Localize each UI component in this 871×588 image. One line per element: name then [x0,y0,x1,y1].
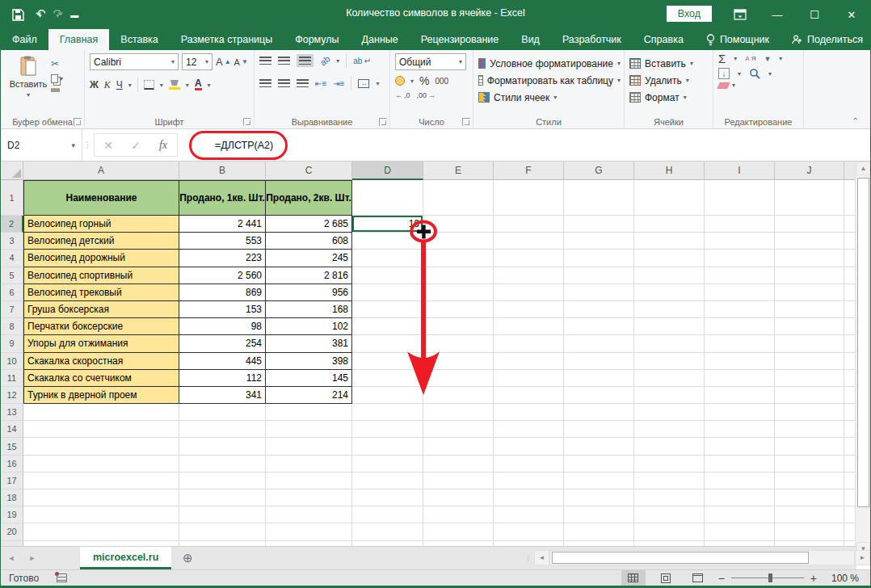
increase-decimal-icon[interactable]: ←,0 [395,91,410,99]
cell-C5[interactable]: 2 816 [266,267,352,284]
row-header-7[interactable]: 7 [1,301,23,318]
cell-A3[interactable]: Велосипед детский [23,233,179,250]
row-header-17[interactable]: 17 [1,472,23,489]
cell-D15[interactable] [352,438,423,455]
styles-item-0[interactable]: Условное форматирование▾ [478,55,621,72]
cell-B6[interactable]: 869 [179,284,266,301]
cell-G14[interactable] [564,421,634,438]
cell-G16[interactable] [564,456,634,472]
cell-I1[interactable] [705,180,775,216]
scrollbar-grip-icon[interactable]: ⋮ [524,554,534,562]
cell-E16[interactable] [423,456,494,472]
cell-J11[interactable] [775,370,844,387]
cell-G19[interactable] [564,506,634,523]
cell-D18[interactable] [352,489,423,506]
cell-E18[interactable] [423,489,494,506]
cell-J17[interactable] [775,472,844,489]
cell-E11[interactable] [423,370,494,387]
format-painter-icon[interactable] [51,88,63,92]
cell-A15[interactable] [23,438,179,455]
cell-A7[interactable]: Груша боксерская [23,301,179,318]
cell-D14[interactable] [352,421,423,438]
grow-font-icon[interactable]: A▲ [216,56,231,68]
cell-G13[interactable] [564,404,634,421]
sheet-nav-left-icon[interactable]: ◄ [1,547,22,569]
cell-I6[interactable] [705,284,775,301]
name-box[interactable]: D2▾ [1,129,82,161]
cell-B2[interactable]: 2 441 [179,216,266,233]
cell-C9[interactable]: 381 [266,335,352,352]
row-header-1[interactable]: 1 [1,180,23,216]
tab-рецензирование[interactable]: Рецензирование [410,29,511,50]
cell-I12[interactable] [705,387,775,404]
copy-icon[interactable]: ▾ [51,74,63,83]
cell-J10[interactable] [775,353,844,370]
cell-I9[interactable] [705,335,775,352]
dialog-launcher-icon[interactable] [462,118,470,126]
ribbon-display-options-icon[interactable] [722,0,759,29]
cell-G17[interactable] [564,472,634,489]
align-top-icon[interactable] [259,57,271,65]
cell-D17[interactable] [352,472,423,489]
enter-icon[interactable]: ✓ [122,139,149,152]
scroll-up-icon[interactable]: ▲ [856,162,870,175]
row-header-15[interactable]: 15 [1,438,23,455]
cell-E3[interactable] [423,233,494,250]
column-header-B[interactable]: B [179,162,266,180]
cell-E20[interactable] [423,523,494,540]
page-break-view-button[interactable] [686,570,710,586]
cell-E2[interactable] [423,216,494,233]
cell-H11[interactable] [634,370,705,387]
cell-A1[interactable]: Наименование [23,180,179,216]
cell-I15[interactable] [705,438,775,455]
cell-A2[interactable]: Велосипед горный [23,216,179,233]
cell-B5[interactable]: 2 560 [179,267,266,284]
cell-D12[interactable] [352,387,423,404]
cell-C14[interactable] [266,421,352,438]
cell-B9[interactable]: 254 [179,335,266,352]
vertical-scrollbar[interactable]: ▲ ▼ [855,162,870,556]
dialog-launcher-icon[interactable] [243,118,251,126]
tab-данные[interactable]: Данные [351,29,410,50]
row-header-8[interactable]: 8 [1,318,23,335]
align-center-icon[interactable] [278,79,290,87]
cell-D5[interactable] [352,267,423,284]
row-header-11[interactable]: 11 [1,370,23,387]
cell-I8[interactable] [705,318,775,335]
accounting-format-icon[interactable] [395,76,405,86]
cells-item-2[interactable]: Формат▾ [629,89,709,106]
cell-C13[interactable] [266,404,352,421]
find-select-icon[interactable] [749,68,760,79]
cell-E17[interactable] [423,472,494,489]
cell-D16[interactable] [352,456,423,472]
row-header-18[interactable]: 18 [1,489,23,506]
cell-J7[interactable] [775,301,844,318]
cell-I18[interactable] [705,489,775,506]
vertical-scroll-thumb[interactable] [857,178,869,507]
column-header-F[interactable]: F [494,162,564,180]
cell-E15[interactable] [423,438,494,455]
row-header-6[interactable]: 6 [1,284,23,301]
cell-G5[interactable] [564,267,634,284]
cell-J9[interactable] [775,335,844,352]
cell-D8[interactable] [352,318,423,335]
cell-I16[interactable] [705,456,775,472]
cell-A20[interactable] [23,523,179,540]
row-header-10[interactable]: 10 [1,353,23,370]
bold-icon[interactable]: Ж [90,79,99,90]
cells-item-0[interactable]: Вставить▾ [629,55,709,72]
close-icon[interactable]: ✕ [833,0,870,29]
cell-C16[interactable] [266,456,352,472]
cell-G18[interactable] [564,489,634,506]
column-header-D[interactable]: D [352,162,423,180]
cell-G1[interactable] [564,180,634,216]
cell-C18[interactable] [266,489,352,506]
cell-A16[interactable] [23,456,179,472]
cell-J12[interactable] [775,387,844,404]
cell-H17[interactable] [634,472,705,489]
row-header-16[interactable]: 16 [1,456,23,472]
column-header-J[interactable]: J [775,162,844,180]
clear-icon[interactable] [718,82,729,89]
cell-I19[interactable] [705,506,775,523]
tab-формулы[interactable]: Формулы [284,29,350,50]
